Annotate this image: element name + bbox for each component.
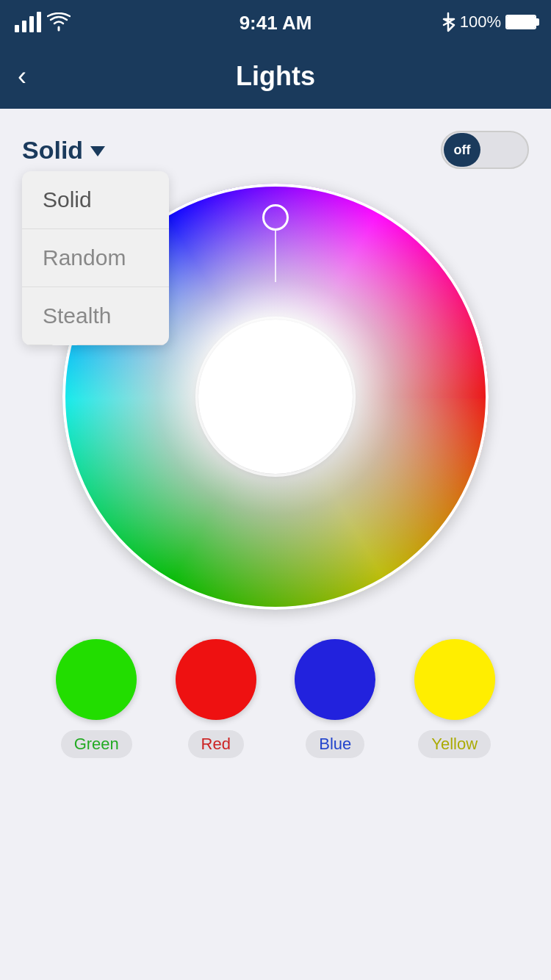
status-right: 100% [441,12,536,32]
picker-circle [262,204,289,231]
nav-bar: ‹ Lights [0,44,551,109]
svg-rect-2 [29,16,34,32]
signal-icon [15,12,41,32]
wheel-center [198,320,353,474]
battery-percent: 100% [460,12,501,32]
preset-circle-yellow[interactable] [414,639,495,720]
preset-label-yellow: Yellow [431,735,478,753]
toggle-container: off [441,131,529,169]
main-content: Solid Solid Random Stealth off [0,109,551,795]
preset-red: Red [176,639,256,758]
preset-circle-red[interactable] [176,639,256,720]
dropdown-arrow-icon [90,146,105,156]
preset-yellow: Yellow [414,639,495,758]
preset-label-blue: Blue [319,735,351,753]
preset-label-green: Green [74,735,119,753]
preset-label-red: Red [201,735,231,753]
dropdown-item-solid[interactable]: Solid [22,171,169,229]
picker-line [275,231,276,282]
back-button[interactable]: ‹ [18,61,26,92]
status-time: 9:41 AM [240,12,312,35]
color-presets: Green Red Blue Yellow [22,639,529,780]
dropdown-tail [51,344,78,345]
toggle-knob: off [444,133,480,167]
svg-rect-1 [22,21,26,32]
preset-label-bg-blue: Blue [306,730,364,758]
page-title: Lights [236,61,315,92]
preset-label-bg-green: Green [61,730,132,758]
color-picker-handle[interactable] [262,204,289,282]
preset-label-bg-red: Red [188,730,244,758]
preset-circle-blue[interactable] [295,639,375,720]
preset-blue: Blue [295,639,375,758]
status-bar: 9:41 AM 100% [0,0,551,44]
wifi-icon [47,12,71,32]
mode-label: Solid [22,136,83,165]
dropdown-item-random[interactable]: Random [22,229,169,287]
mode-row: Solid Solid Random Stealth off [22,131,529,169]
svg-rect-0 [15,25,19,32]
dropdown-menu: Solid Random Stealth [22,171,169,345]
preset-green: Green [56,639,137,758]
mode-selector[interactable]: Solid [22,136,105,165]
status-left [15,12,71,32]
svg-rect-3 [37,12,41,32]
toggle-label: off [454,143,471,158]
preset-circle-green[interactable] [56,639,137,720]
preset-label-bg-yellow: Yellow [418,730,491,758]
battery-icon [505,15,536,29]
bluetooth-icon [441,12,455,32]
dropdown-item-stealth[interactable]: Stealth [22,287,169,345]
lights-toggle[interactable]: off [441,131,529,169]
